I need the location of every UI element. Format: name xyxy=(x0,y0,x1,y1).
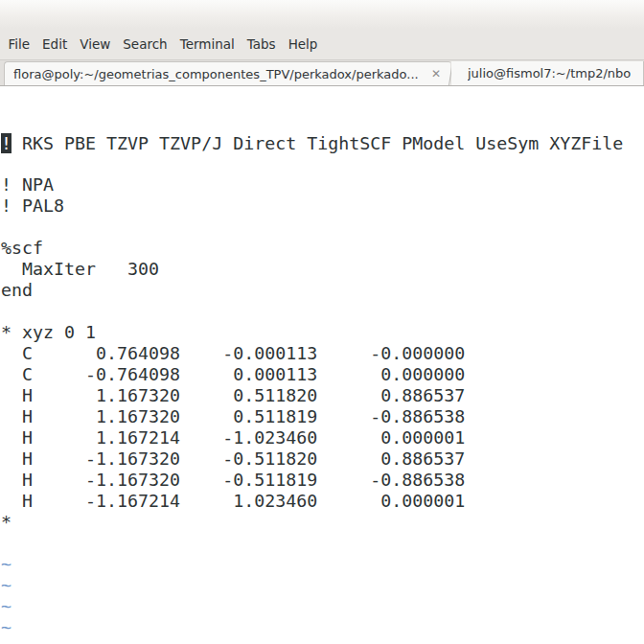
terminal-line: H 1.167320 0.511820 0.886537 xyxy=(1,385,644,406)
tab-bar: flora@poly:~/geometrias_componentes_TPV/… xyxy=(0,59,644,86)
menu-item-terminal[interactable]: Terminal xyxy=(173,32,241,57)
tab-terminal-flora[interactable]: flora@poly:~/geometrias_componentes_TPV/… xyxy=(4,61,450,85)
terminal-line: C -0.764098 0.000113 0.000000 xyxy=(1,364,644,385)
terminal-line: H -1.167214 1.023460 0.000001 xyxy=(1,491,644,512)
tab-title: julio@fismol7:~/tmp2/nbo xyxy=(468,66,637,80)
terminal-line-keywords: ! RKS PBE TZVP TZVP/J Direct TightSCF PM… xyxy=(1,133,644,154)
vim-empty-line-tilde: ~ xyxy=(1,554,644,575)
terminal-line: H -1.167320 -0.511820 0.886537 xyxy=(1,448,644,470)
keywords-text: RKS PBE TZVP TZVP/J Direct TightSCF PMod… xyxy=(12,133,623,153)
terminal-line xyxy=(1,533,644,554)
vim-empty-line-tilde: ~ xyxy=(1,596,644,617)
terminal-line: H 1.167320 0.511819 -0.886538 xyxy=(1,406,644,427)
terminal-screen[interactable]: ! RKS PBE TZVP TZVP/J Direct TightSCF PM… xyxy=(0,86,644,644)
cursor-block: ! xyxy=(1,133,12,153)
terminal-line xyxy=(1,217,644,238)
menu-item-edit[interactable]: Edit xyxy=(36,32,74,57)
terminal-line: H 1.167214 -1.023460 0.000001 xyxy=(1,427,644,448)
menu-item-search[interactable]: Search xyxy=(117,32,173,57)
tab-title: flora@poly:~/geometrias_componentes_TPV/… xyxy=(13,67,426,81)
window-titlebar[interactable] xyxy=(0,0,644,29)
terminal-line: C 0.764098 -0.000113 -0.000000 xyxy=(1,343,644,364)
terminal-line: end xyxy=(1,280,644,301)
vim-empty-line-tilde: ~ xyxy=(1,575,644,596)
menu-item-view[interactable]: View xyxy=(74,32,117,57)
menu-item-file[interactable]: File xyxy=(2,32,36,57)
terminal-line: ! NPA xyxy=(1,174,644,196)
terminal-line: ! PAL8 xyxy=(1,196,644,217)
terminal-line: * xyxy=(1,512,644,533)
menu-item-help[interactable]: Help xyxy=(282,32,324,57)
close-tab-icon[interactable]: ✕ xyxy=(431,68,441,80)
menu-item-tabs[interactable]: Tabs xyxy=(241,32,282,57)
vim-empty-line-tilde: ~ xyxy=(1,617,644,638)
tab-terminal-julio[interactable]: julio@fismol7:~/tmp2/nbo xyxy=(451,61,644,85)
terminal-line xyxy=(1,301,644,322)
terminal-line: MaxIter 300 xyxy=(1,259,644,280)
vim-empty-line-tilde: ~ xyxy=(1,638,644,644)
terminal-line: %scf xyxy=(1,238,644,259)
terminal-line: H -1.167320 -0.511819 -0.886538 xyxy=(1,470,644,491)
menubar: FileEditViewSearchTerminalTabsHelp xyxy=(0,29,644,59)
terminal-line: * xyz 0 1 xyxy=(1,322,644,343)
